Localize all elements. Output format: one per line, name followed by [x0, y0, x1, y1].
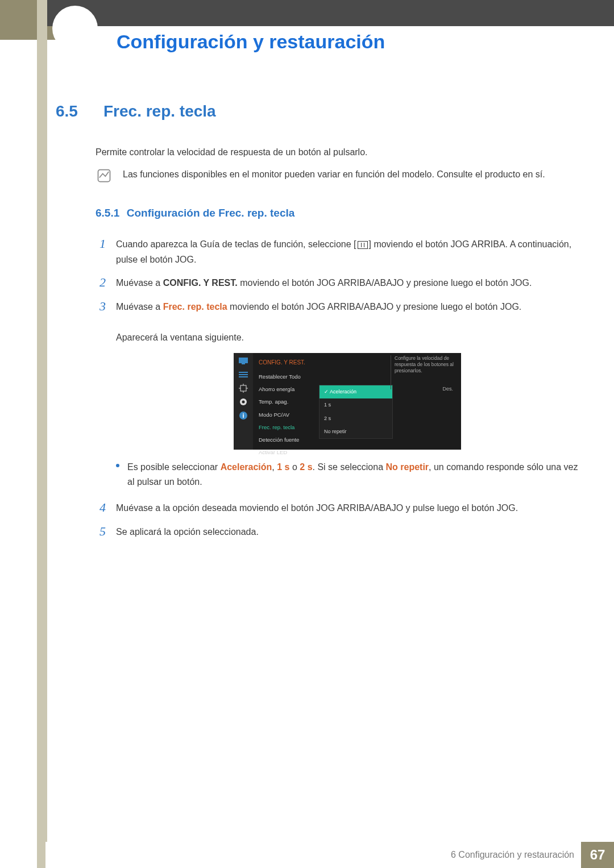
osd-dropdown: Aceleración 1 s 2 s No repetir [319, 385, 393, 439]
header-dark-bar [45, 0, 614, 26]
step-3: 3 Muévase a Frec. rep. tecla moviendo el… [96, 299, 579, 493]
step-1: 1 Cuando aparezca la Guía de teclas de f… [96, 236, 579, 267]
step-number: 1 [96, 236, 106, 267]
step-number: 2 [96, 275, 106, 290]
section-heading: 6.5 Frec. rep. tecla [56, 102, 579, 121]
osd-option-selected: Aceleración [320, 385, 392, 398]
osd-option: 1 s [320, 398, 392, 412]
footer-page-number: 67 [581, 842, 614, 868]
resize-icon [238, 384, 249, 393]
svg-rect-3 [239, 372, 248, 373]
osd-item: Activar LED [259, 446, 458, 459]
osd-screenshot: i CONFIG. Y REST. Restablecer Todo Ahorr… [234, 353, 461, 450]
section-intro: Permite controlar la velocidad de respue… [96, 146, 579, 159]
note-block: Las funciones disponibles en el monitor … [96, 167, 579, 184]
step-number: 4 [96, 500, 106, 516]
svg-rect-4 [239, 374, 248, 375]
svg-rect-5 [239, 376, 248, 377]
bullet-item: Es posible seleccionar Aceleración, 1 s … [116, 460, 579, 489]
note-icon [96, 167, 113, 184]
step-5: 5 Se aplicará la opción seleccionada. [96, 524, 579, 539]
osd-help-text: Configure la velocidad de respuesta de l… [391, 355, 459, 389]
page-footer: 6 Configuración y restauración 67 [45, 842, 614, 868]
step-body: Cuando aparezca la Guía de teclas de fun… [116, 236, 579, 267]
menu-icon [358, 241, 368, 249]
subsection-number: 6.5.1 [96, 207, 119, 219]
osd-nav-icons: i [234, 353, 253, 450]
svg-rect-1 [239, 358, 248, 363]
step-4: 4 Muévase a la opción deseada moviendo e… [96, 500, 579, 516]
svg-text:i: i [242, 412, 244, 419]
subsection-heading: 6.5.1 Configuración de Frec. rep. tecla [96, 207, 579, 219]
gear-icon [238, 397, 249, 406]
steps-list: 1 Cuando aparezca la Guía de teclas de f… [96, 236, 579, 539]
osd-option: 2 s [320, 412, 392, 425]
step-sub-bullets: Es posible seleccionar Aceleración, 1 s … [116, 460, 579, 489]
note-text: Las funciones disponibles en el monitor … [123, 167, 579, 184]
step-2: 2 Muévase a CONFIG. Y REST. moviendo el … [96, 275, 579, 290]
svg-point-8 [242, 401, 245, 404]
bullet-dot-icon [116, 464, 119, 467]
monitor-icon [238, 356, 249, 366]
left-margin-bar [37, 0, 47, 868]
osd-main-panel: CONFIG. Y REST. Restablecer Todo Ahorro … [253, 353, 461, 450]
osd-option: No repetir [320, 425, 392, 438]
step-body: Muévase a Frec. rep. tecla moviendo el b… [116, 299, 579, 493]
list-icon [238, 370, 249, 379]
svg-rect-6 [240, 385, 246, 391]
section-number: 6.5 [56, 102, 90, 121]
subsection-title: Configuración de Frec. rep. tecla [127, 207, 295, 219]
step-body: Muévase a CONFIG. Y REST. moviendo el bo… [116, 275, 579, 290]
bullet-text: Es posible seleccionar Aceleración, 1 s … [127, 460, 579, 489]
step-number: 3 [96, 299, 106, 493]
svg-rect-2 [242, 363, 245, 364]
chapter-number-circle [52, 6, 98, 51]
page-content: 6.5 Frec. rep. tecla Permite controlar l… [56, 102, 579, 547]
chapter-title: Configuración y restauración [117, 31, 385, 53]
step-body: Se aplicará la opción seleccionada. [116, 524, 579, 539]
section-title: Frec. rep. tecla [103, 102, 216, 121]
footer-chapter-label: 6 Configuración y restauración [451, 850, 574, 860]
step-body: Muévase a la opción deseada moviendo el … [116, 500, 579, 516]
info-icon: i [238, 411, 249, 420]
step-number: 5 [96, 524, 106, 539]
